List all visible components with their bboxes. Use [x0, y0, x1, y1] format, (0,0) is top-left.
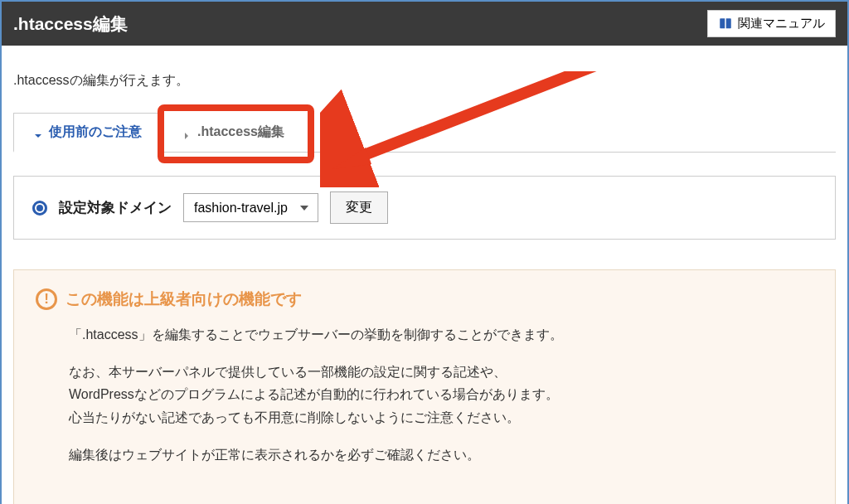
- warning-header: ! この機能は上級者向けの機能です: [36, 288, 813, 310]
- manual-button[interactable]: 関連マニュアル: [707, 10, 836, 37]
- manual-button-label: 関連マニュアル: [738, 16, 825, 32]
- intro-text: .htaccessの編集が行えます。: [13, 72, 836, 90]
- page-header: .htaccess編集 関連マニュアル: [0, 0, 849, 46]
- warning-body: 「.htaccess」を編集することでウェブサーバーの挙動を制御することができま…: [69, 323, 813, 466]
- tabs-container: 使用前のご注意 .htaccess編集: [13, 113, 836, 153]
- tabs: 使用前のご注意 .htaccess編集: [13, 113, 836, 153]
- domain-select-wrap: fashion-travel.jp: [183, 193, 318, 222]
- domain-select[interactable]: fashion-travel.jp: [183, 193, 318, 222]
- domain-label: 設定対象ドメイン: [59, 198, 172, 217]
- warning-line-4: 心当たりがない記述であっても不用意に削除しないようにご注意ください。: [69, 410, 520, 424]
- warning-line-2: なお、本サーバーパネルで提供している一部機能の設定に関する記述や、: [69, 365, 507, 379]
- warning-line-3: WordPressなどのプログラムによる記述が自動的に行われている場合があります…: [69, 387, 559, 401]
- page-title: .htaccess編集: [13, 12, 128, 36]
- warning-line-1: 「.htaccess」を編集することでウェブサーバーの挙動を制御することができま…: [69, 323, 813, 346]
- chevron-down-icon: [34, 128, 42, 137]
- tab-notice-label: 使用前のご注意: [49, 124, 142, 141]
- warning-icon: !: [36, 288, 57, 310]
- radio-selected-icon: [32, 201, 47, 216]
- content-area: .htaccessの編集が行えます。 使用前のご注意 .htaccess編集: [0, 46, 849, 504]
- warning-line-5: 編集後はウェブサイトが正常に表示されるかを必ずご確認ください。: [69, 443, 813, 466]
- change-button[interactable]: 変更: [330, 191, 388, 224]
- tab-notice[interactable]: 使用前のご注意: [13, 113, 163, 153]
- warning-title: この機能は上級者向けの機能です: [65, 288, 302, 310]
- book-icon: [718, 17, 733, 32]
- chevron-right-icon: [182, 128, 191, 137]
- domain-panel: 設定対象ドメイン fashion-travel.jp 変更: [13, 176, 836, 240]
- tab-htaccess-label: .htaccess編集: [197, 124, 284, 141]
- warning-para-2: なお、本サーバーパネルで提供している一部機能の設定に関する記述や、 WordPr…: [69, 361, 813, 429]
- warning-panel: ! この機能は上級者向けの機能です 「.htaccess」を編集することでウェブ…: [13, 269, 836, 504]
- tab-htaccess-edit[interactable]: .htaccess編集: [163, 113, 304, 152]
